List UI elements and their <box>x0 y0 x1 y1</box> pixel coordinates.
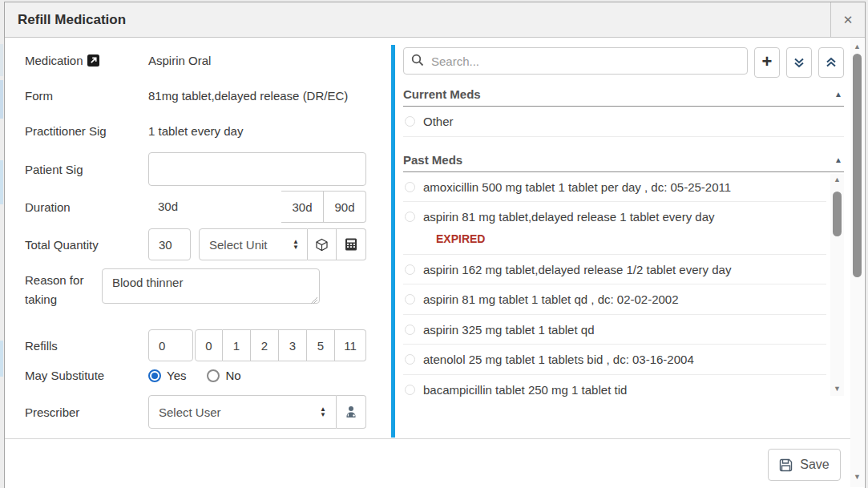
prescriber-group: Select User ▲▼ <box>148 395 366 429</box>
section-header-past-meds[interactable]: Past Meds ▲ <box>403 150 844 172</box>
unit-group: Select Unit ▲▼ <box>199 228 366 260</box>
scroll-down-icon[interactable]: ▼ <box>830 385 844 393</box>
plus-icon: + <box>762 53 773 71</box>
duration-quick-30d-button[interactable]: 30d <box>281 191 324 223</box>
dialog-body: Medication Aspirin Oral Form 81mg tablet… <box>5 38 865 488</box>
select-arrows-icon: ▲▼ <box>293 239 299 250</box>
total-quantity-label: Total Quantity <box>25 238 148 252</box>
page-behind-fragment <box>0 160 3 204</box>
expired-badge: EXPIRED <box>436 232 715 246</box>
list-item[interactable]: amoxicillin 500 mg tablet 1 tablet per d… <box>403 172 826 203</box>
section-header-current-meds[interactable]: Current Meds ▲ <box>403 84 844 107</box>
cube-icon <box>315 238 329 252</box>
may-substitute-label: May Substitute <box>25 369 148 382</box>
dialog-scrollbar[interactable]: ▲ ▼ <box>850 38 864 487</box>
page-behind-fragment <box>0 44 3 76</box>
collapse-all-button[interactable] <box>818 47 844 78</box>
patient-sig-label: Patient Sig <box>25 163 148 176</box>
duration-row: Duration 30d 90d <box>25 191 376 223</box>
refills-quick-5-button[interactable]: 5 <box>307 329 335 361</box>
radio-unselected-icon <box>405 294 415 304</box>
medication-label: Medication <box>25 54 148 67</box>
radio-selected-icon <box>148 369 161 382</box>
med-text: amoxicillin 500 mg tablet 1 tablet per d… <box>423 180 731 194</box>
total-quantity-row: Total Quantity Select Unit ▲▼ <box>25 228 376 260</box>
substitute-yes-radio[interactable]: Yes <box>148 369 186 382</box>
dialog-title: Refill Medication <box>5 2 865 38</box>
list-item[interactable]: aspirin 81 mg tablet 1 tablet qd , dc: 0… <box>403 284 826 315</box>
save-label: Save <box>800 458 829 472</box>
meds-search-row: + <box>403 47 844 78</box>
refills-input[interactable] <box>148 329 193 361</box>
radio-unselected-icon <box>405 264 415 275</box>
prescriber-select-value: Select User <box>159 405 221 419</box>
practitioner-sig-value: 1 tablet every day <box>148 124 243 138</box>
assign-prescriber-button[interactable] <box>337 395 366 429</box>
user-md-icon <box>345 405 357 418</box>
reason-textarea[interactable]: Blood thinner <box>102 268 320 304</box>
reason-label: Reason for taking <box>25 266 102 309</box>
package-quantity-button[interactable] <box>308 228 337 260</box>
list-item[interactable]: bacampicillin tablet 250 mg 1 tablet tid <box>403 375 826 397</box>
practitioner-sig-label: Practitioner Sig <box>25 124 148 138</box>
unit-select-value: Select Unit <box>209 238 268 252</box>
refills-quick-1-button[interactable]: 1 <box>223 329 251 361</box>
prescriber-select[interactable]: Select User ▲▼ <box>148 395 337 429</box>
refills-quick-3-button[interactable]: 3 <box>279 329 307 361</box>
medication-row: Medication Aspirin Oral <box>25 54 376 67</box>
list-item[interactable]: aspirin 81 mg tablet,delayed release 1 t… <box>403 202 826 255</box>
radio-unselected-icon <box>207 369 220 382</box>
save-button[interactable]: Save <box>768 449 841 481</box>
past-meds-list: amoxicillin 500 mg tablet 1 tablet per d… <box>403 172 844 397</box>
scroll-up-icon[interactable]: ▲ <box>830 175 844 184</box>
med-text: atenolol 25 mg tablet 1 tablets bid , dc… <box>423 353 694 366</box>
radio-unselected-icon <box>405 116 415 127</box>
practitioner-sig-row: Practitioner Sig 1 tablet every day <box>25 124 376 138</box>
refills-quick-0-button[interactable]: 0 <box>195 329 223 361</box>
form-row: Form 81mg tablet,delayed release (DR/EC) <box>25 89 376 103</box>
external-link-icon[interactable] <box>87 54 99 67</box>
med-text: aspirin 325 mg tablet 1 tablet qd <box>423 323 594 337</box>
page-behind-fragment <box>0 80 3 119</box>
expand-all-button[interactable] <box>786 47 812 78</box>
scrollbar-thumb[interactable] <box>833 192 842 236</box>
duration-quick-90d-button[interactable]: 90d <box>324 191 366 223</box>
scrollbar-thumb[interactable] <box>853 54 862 277</box>
scroll-down-icon[interactable]: ▼ <box>850 473 864 481</box>
patient-sig-input[interactable] <box>148 152 366 186</box>
substitute-no-label: No <box>225 369 240 382</box>
save-icon <box>779 458 793 472</box>
collapse-arrow-icon: ▲ <box>834 155 842 164</box>
refills-label: Refills <box>25 339 148 353</box>
close-button[interactable]: ✕ <box>830 2 865 38</box>
med-text: aspirin 162 mg tablet,delayed release 1/… <box>423 263 731 276</box>
calculate-quantity-button[interactable] <box>337 228 366 260</box>
list-item[interactable]: Other <box>403 107 844 137</box>
past-meds-scrollbar[interactable]: ▲ ▼ <box>830 174 844 396</box>
radio-unselected-icon <box>405 385 415 395</box>
prescriber-row: Prescriber Select User ▲▼ <box>25 395 376 429</box>
substitute-no-radio[interactable]: No <box>207 369 240 382</box>
duration-group: 30d 90d <box>148 191 366 223</box>
total-quantity-input[interactable] <box>148 228 191 260</box>
radio-unselected-icon <box>405 325 415 335</box>
medication-value: Aspirin Oral <box>148 54 211 67</box>
refills-quick-11-button[interactable]: 11 <box>335 329 366 361</box>
form-value: 81mg tablet,delayed release (DR/EC) <box>148 89 348 103</box>
resize-grip-icon[interactable] <box>310 296 317 304</box>
list-item[interactable]: aspirin 325 mg tablet 1 tablet qd <box>403 315 826 345</box>
med-text: bacampicillin tablet 250 mg 1 tablet tid <box>423 383 627 397</box>
footer-divider <box>5 438 850 439</box>
substitute-yes-label: Yes <box>167 369 186 382</box>
refills-quick-2-button[interactable]: 2 <box>251 329 279 361</box>
add-med-button[interactable]: + <box>754 47 780 78</box>
refills-quick-group: 0 1 2 3 5 11 <box>195 329 366 361</box>
radio-unselected-icon <box>405 212 415 222</box>
double-chevron-down-icon <box>793 57 805 68</box>
list-item[interactable]: aspirin 162 mg tablet,delayed release 1/… <box>403 255 826 285</box>
list-item[interactable]: atenolol 25 mg tablet 1 tablets bid , dc… <box>403 345 826 375</box>
meds-search-input[interactable] <box>403 47 748 75</box>
duration-input[interactable] <box>148 191 281 221</box>
scroll-up-icon[interactable]: ▲ <box>850 42 864 50</box>
unit-select[interactable]: Select Unit ▲▼ <box>199 228 308 260</box>
